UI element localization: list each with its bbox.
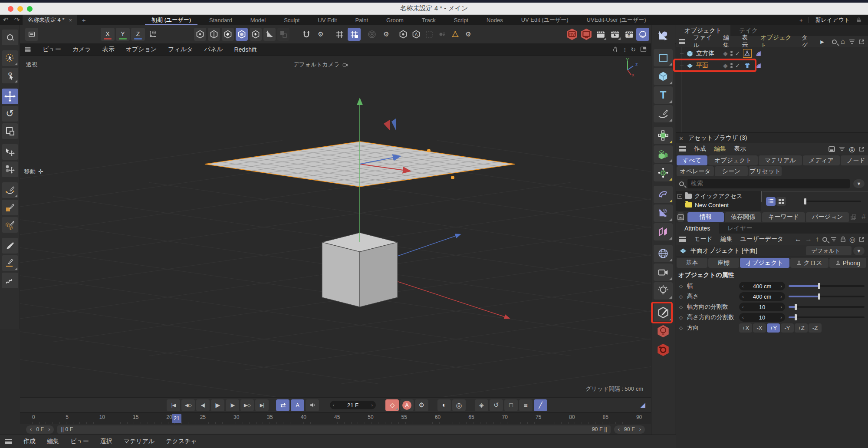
guides-settings-icon[interactable]: ⚙ [462, 28, 474, 41]
falloff-rings-icon[interactable] [365, 28, 378, 41]
snap-settings-icon[interactable]: ⚙ [314, 28, 327, 41]
width-segments-input[interactable]: ‹10› [739, 303, 785, 311]
ab-menu-view[interactable]: 表示 [734, 145, 746, 153]
coordinate-system-icon[interactable] [146, 28, 159, 41]
at-menu-icon[interactable] [679, 237, 686, 242]
polygon-pen-tool[interactable] [2, 200, 18, 215]
move-tool[interactable] [2, 89, 18, 104]
ab-search-options-icon[interactable]: ▼ [853, 179, 865, 188]
tab-attributes[interactable]: Attributes [676, 223, 719, 234]
menu-camera[interactable]: カメラ [72, 46, 91, 53]
ab-menu-icon[interactable] [679, 146, 686, 152]
play-button[interactable]: ▶ [211, 399, 224, 411]
document-tab[interactable]: 名称未設定 4 * × [23, 15, 77, 25]
lock-x-axis-button[interactable]: X [101, 28, 115, 41]
visibility-dots-icon[interactable] [730, 63, 733, 68]
add-layout-button[interactable]: + [799, 17, 803, 23]
ab-deps-tab[interactable]: 依存関係 [725, 212, 761, 222]
layout-tab-paint[interactable]: Paint [346, 15, 377, 25]
mm-menu-create[interactable]: 作成 [23, 438, 36, 445]
motext-icon[interactable]: T [654, 86, 673, 104]
layout-tab-nodes[interactable]: Nodes [477, 15, 512, 25]
workplane-mode-icon[interactable] [277, 28, 289, 41]
render-view-icon[interactable]: RV [566, 28, 579, 41]
minimize-window-button[interactable] [17, 6, 23, 12]
magic-solo-icon[interactable] [636, 28, 649, 41]
visibility-dots-icon[interactable] [730, 51, 733, 56]
key-rotation-button[interactable]: ↺ [490, 399, 503, 411]
hashtag-icon[interactable]: # [861, 213, 865, 221]
menu-redshift[interactable]: Redshift [234, 46, 256, 53]
key-selection-button[interactable]: ◐ [437, 399, 451, 411]
preset-chevron-icon[interactable]: ▼ [853, 247, 865, 255]
ab-menu-edit[interactable]: 編集 [714, 145, 726, 153]
modeling-settings-icon[interactable]: ⚙ [380, 28, 393, 41]
range-start-grip[interactable]: || 0 F [61, 426, 73, 432]
height-segments-input[interactable]: ‹10› [739, 313, 785, 322]
key-parameter-button[interactable]: ≡ [519, 399, 533, 411]
render-queue-icon[interactable] [608, 28, 621, 41]
mm-menu-view[interactable]: ビュー [70, 438, 89, 445]
edges-mode-icon[interactable] [208, 28, 220, 41]
mm-menu-icon[interactable] [5, 439, 12, 444]
om-home-icon[interactable]: ⌂ [841, 37, 845, 46]
solo-auto-icon[interactable]: A [410, 28, 422, 41]
line-cut-tool[interactable] [2, 255, 18, 271]
cloth-tag-icon[interactable] [743, 61, 752, 70]
menu-panel[interactable]: パネル [204, 46, 223, 53]
zoom-window-button[interactable] [27, 6, 33, 12]
range-end-field[interactable]: ‹90 F› [614, 425, 645, 434]
ab-keywords-tab[interactable]: キーワード [762, 212, 805, 222]
expander-icon[interactable]: − [677, 194, 682, 199]
snap-icon[interactable] [300, 28, 313, 41]
object-axis-mode-icon[interactable] [263, 28, 276, 41]
tree-scrollbar[interactable] [761, 191, 762, 202]
workplane-lock-icon[interactable] [348, 28, 361, 41]
ab-versions-tab[interactable]: バージョン [806, 212, 849, 222]
field-force-icon[interactable]: ⚙ [654, 164, 673, 181]
at-tab-phong[interactable]: Phong [829, 258, 866, 268]
toggle-view-icon[interactable] [640, 46, 647, 53]
om-filter-icon[interactable] [849, 39, 855, 44]
next-frame-button[interactable]: |▶ [226, 399, 239, 411]
range-end-grip[interactable]: 90 F || [592, 426, 607, 432]
om-menu-icon[interactable] [679, 39, 685, 44]
mm-menu-material[interactable]: マテリアル [124, 438, 155, 445]
at-search-icon[interactable] [822, 237, 827, 242]
camera-object-icon[interactable] [654, 264, 673, 281]
enable-check-icon[interactable]: ✓ [735, 62, 740, 69]
at-tab-cloth[interactable]: クロス [790, 258, 829, 268]
isolate-selection-icon[interactable] [423, 28, 435, 41]
key-pla-button[interactable]: ◎ [452, 399, 466, 411]
rotate-view-icon[interactable]: ↻ [631, 46, 636, 53]
timeline-minimize-icon[interactable]: ◢ [635, 398, 650, 412]
available-tools-icon[interactable] [2, 161, 18, 177]
spline-smooth-tool[interactable] [2, 273, 18, 288]
height-slider[interactable] [789, 296, 865, 297]
commander-search-icon[interactable] [2, 30, 18, 45]
preview-range-bar[interactable]: || 0 F 90 F || [57, 425, 610, 434]
preview-image-icon[interactable] [677, 212, 684, 222]
layout-tab-track[interactable]: Track [413, 15, 445, 25]
ab-tab-scenes[interactable]: シーン [715, 166, 748, 176]
close-window-button[interactable] [8, 6, 13, 12]
solo-eye-icon[interactable] [397, 28, 409, 41]
grid-view-icon[interactable] [776, 197, 786, 206]
object-row-plane[interactable]: 平面 ◆ ✓ [676, 59, 868, 72]
viewport-menu-icon[interactable] [25, 47, 31, 52]
tree-item-quick-access[interactable]: − クイックアクセス [677, 192, 759, 201]
at-tab-basic[interactable]: 基本 [677, 258, 707, 268]
at-lock-icon[interactable] [840, 236, 846, 242]
playhead[interactable]: 21 [172, 414, 181, 423]
camera-label[interactable]: デフォルトカメラ [293, 61, 349, 69]
menu-filter[interactable]: フィルタ [168, 46, 193, 53]
guides-icon[interactable] [449, 28, 461, 41]
next-key-button[interactable]: ▶◇ [240, 399, 254, 411]
mm-menu-texture[interactable]: テクスチャ [166, 438, 197, 445]
lock-layout-icon[interactable] [856, 17, 862, 23]
layer-diamond-icon[interactable]: ◆ [723, 50, 728, 57]
sound-button[interactable] [306, 399, 319, 411]
ab-popout-icon[interactable] [859, 146, 865, 152]
orientation-plus-z[interactable]: +Z [795, 323, 808, 333]
multi-pen-tool[interactable] [2, 217, 18, 233]
